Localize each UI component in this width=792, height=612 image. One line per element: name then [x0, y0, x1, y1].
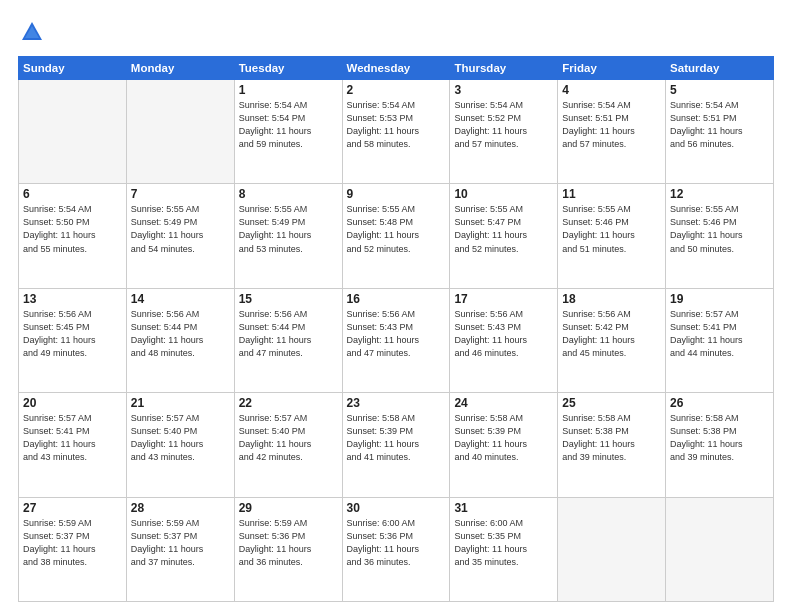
day-number: 29 — [239, 501, 338, 515]
day-info: Sunrise: 5:56 AM Sunset: 5:43 PM Dayligh… — [454, 308, 553, 360]
day-info: Sunrise: 5:58 AM Sunset: 5:39 PM Dayligh… — [347, 412, 446, 464]
page: SundayMondayTuesdayWednesdayThursdayFrid… — [0, 0, 792, 612]
day-number: 18 — [562, 292, 661, 306]
day-number: 10 — [454, 187, 553, 201]
calendar-cell: 16Sunrise: 5:56 AM Sunset: 5:43 PM Dayli… — [342, 288, 450, 392]
calendar-cell: 14Sunrise: 5:56 AM Sunset: 5:44 PM Dayli… — [126, 288, 234, 392]
calendar-cell: 20Sunrise: 5:57 AM Sunset: 5:41 PM Dayli… — [19, 393, 127, 497]
calendar-cell — [666, 497, 774, 601]
week-row-4: 20Sunrise: 5:57 AM Sunset: 5:41 PM Dayli… — [19, 393, 774, 497]
day-number: 27 — [23, 501, 122, 515]
day-number: 30 — [347, 501, 446, 515]
day-number: 21 — [131, 396, 230, 410]
calendar-cell: 9Sunrise: 5:55 AM Sunset: 5:48 PM Daylig… — [342, 184, 450, 288]
day-info: Sunrise: 5:55 AM Sunset: 5:49 PM Dayligh… — [239, 203, 338, 255]
day-info: Sunrise: 6:00 AM Sunset: 5:35 PM Dayligh… — [454, 517, 553, 569]
day-number: 23 — [347, 396, 446, 410]
calendar-cell: 31Sunrise: 6:00 AM Sunset: 5:35 PM Dayli… — [450, 497, 558, 601]
day-number: 8 — [239, 187, 338, 201]
calendar-cell: 22Sunrise: 5:57 AM Sunset: 5:40 PM Dayli… — [234, 393, 342, 497]
day-info: Sunrise: 5:57 AM Sunset: 5:41 PM Dayligh… — [23, 412, 122, 464]
day-info: Sunrise: 5:54 AM Sunset: 5:53 PM Dayligh… — [347, 99, 446, 151]
day-info: Sunrise: 5:56 AM Sunset: 5:42 PM Dayligh… — [562, 308, 661, 360]
calendar-cell: 17Sunrise: 5:56 AM Sunset: 5:43 PM Dayli… — [450, 288, 558, 392]
logo-icon — [18, 18, 46, 46]
day-info: Sunrise: 5:58 AM Sunset: 5:39 PM Dayligh… — [454, 412, 553, 464]
week-row-2: 6Sunrise: 5:54 AM Sunset: 5:50 PM Daylig… — [19, 184, 774, 288]
calendar-cell: 26Sunrise: 5:58 AM Sunset: 5:38 PM Dayli… — [666, 393, 774, 497]
day-number: 2 — [347, 83, 446, 97]
calendar-cell — [19, 80, 127, 184]
calendar-cell: 15Sunrise: 5:56 AM Sunset: 5:44 PM Dayli… — [234, 288, 342, 392]
day-info: Sunrise: 5:57 AM Sunset: 5:40 PM Dayligh… — [239, 412, 338, 464]
day-info: Sunrise: 5:55 AM Sunset: 5:49 PM Dayligh… — [131, 203, 230, 255]
weekday-header-thursday: Thursday — [450, 57, 558, 80]
day-number: 14 — [131, 292, 230, 306]
day-number: 12 — [670, 187, 769, 201]
day-info: Sunrise: 5:56 AM Sunset: 5:44 PM Dayligh… — [239, 308, 338, 360]
weekday-header-row: SundayMondayTuesdayWednesdayThursdayFrid… — [19, 57, 774, 80]
calendar-cell: 13Sunrise: 5:56 AM Sunset: 5:45 PM Dayli… — [19, 288, 127, 392]
day-number: 9 — [347, 187, 446, 201]
day-info: Sunrise: 5:54 AM Sunset: 5:54 PM Dayligh… — [239, 99, 338, 151]
day-number: 31 — [454, 501, 553, 515]
calendar-cell: 10Sunrise: 5:55 AM Sunset: 5:47 PM Dayli… — [450, 184, 558, 288]
day-info: Sunrise: 5:56 AM Sunset: 5:43 PM Dayligh… — [347, 308, 446, 360]
day-info: Sunrise: 5:57 AM Sunset: 5:41 PM Dayligh… — [670, 308, 769, 360]
weekday-header-tuesday: Tuesday — [234, 57, 342, 80]
calendar-cell: 5Sunrise: 5:54 AM Sunset: 5:51 PM Daylig… — [666, 80, 774, 184]
day-number: 7 — [131, 187, 230, 201]
day-info: Sunrise: 5:57 AM Sunset: 5:40 PM Dayligh… — [131, 412, 230, 464]
day-info: Sunrise: 5:55 AM Sunset: 5:46 PM Dayligh… — [670, 203, 769, 255]
calendar-cell: 28Sunrise: 5:59 AM Sunset: 5:37 PM Dayli… — [126, 497, 234, 601]
calendar-cell: 6Sunrise: 5:54 AM Sunset: 5:50 PM Daylig… — [19, 184, 127, 288]
calendar-cell: 27Sunrise: 5:59 AM Sunset: 5:37 PM Dayli… — [19, 497, 127, 601]
day-info: Sunrise: 5:54 AM Sunset: 5:52 PM Dayligh… — [454, 99, 553, 151]
calendar-cell: 4Sunrise: 5:54 AM Sunset: 5:51 PM Daylig… — [558, 80, 666, 184]
calendar: SundayMondayTuesdayWednesdayThursdayFrid… — [18, 56, 774, 602]
day-info: Sunrise: 5:55 AM Sunset: 5:47 PM Dayligh… — [454, 203, 553, 255]
day-number: 24 — [454, 396, 553, 410]
day-number: 4 — [562, 83, 661, 97]
day-info: Sunrise: 5:55 AM Sunset: 5:46 PM Dayligh… — [562, 203, 661, 255]
calendar-cell: 23Sunrise: 5:58 AM Sunset: 5:39 PM Dayli… — [342, 393, 450, 497]
day-info: Sunrise: 5:59 AM Sunset: 5:37 PM Dayligh… — [131, 517, 230, 569]
calendar-cell: 2Sunrise: 5:54 AM Sunset: 5:53 PM Daylig… — [342, 80, 450, 184]
weekday-header-sunday: Sunday — [19, 57, 127, 80]
day-info: Sunrise: 5:54 AM Sunset: 5:51 PM Dayligh… — [670, 99, 769, 151]
weekday-header-friday: Friday — [558, 57, 666, 80]
week-row-3: 13Sunrise: 5:56 AM Sunset: 5:45 PM Dayli… — [19, 288, 774, 392]
day-info: Sunrise: 5:54 AM Sunset: 5:51 PM Dayligh… — [562, 99, 661, 151]
day-number: 26 — [670, 396, 769, 410]
calendar-cell: 19Sunrise: 5:57 AM Sunset: 5:41 PM Dayli… — [666, 288, 774, 392]
day-info: Sunrise: 5:58 AM Sunset: 5:38 PM Dayligh… — [562, 412, 661, 464]
day-number: 15 — [239, 292, 338, 306]
calendar-cell — [126, 80, 234, 184]
day-number: 6 — [23, 187, 122, 201]
calendar-cell: 25Sunrise: 5:58 AM Sunset: 5:38 PM Dayli… — [558, 393, 666, 497]
calendar-cell: 1Sunrise: 5:54 AM Sunset: 5:54 PM Daylig… — [234, 80, 342, 184]
week-row-1: 1Sunrise: 5:54 AM Sunset: 5:54 PM Daylig… — [19, 80, 774, 184]
weekday-header-saturday: Saturday — [666, 57, 774, 80]
day-number: 28 — [131, 501, 230, 515]
day-number: 1 — [239, 83, 338, 97]
day-number: 5 — [670, 83, 769, 97]
calendar-cell: 11Sunrise: 5:55 AM Sunset: 5:46 PM Dayli… — [558, 184, 666, 288]
calendar-cell: 21Sunrise: 5:57 AM Sunset: 5:40 PM Dayli… — [126, 393, 234, 497]
week-row-5: 27Sunrise: 5:59 AM Sunset: 5:37 PM Dayli… — [19, 497, 774, 601]
day-info: Sunrise: 5:55 AM Sunset: 5:48 PM Dayligh… — [347, 203, 446, 255]
header — [18, 18, 774, 46]
calendar-cell: 8Sunrise: 5:55 AM Sunset: 5:49 PM Daylig… — [234, 184, 342, 288]
day-number: 16 — [347, 292, 446, 306]
day-info: Sunrise: 5:54 AM Sunset: 5:50 PM Dayligh… — [23, 203, 122, 255]
day-info: Sunrise: 5:59 AM Sunset: 5:36 PM Dayligh… — [239, 517, 338, 569]
day-number: 3 — [454, 83, 553, 97]
calendar-cell: 30Sunrise: 6:00 AM Sunset: 5:36 PM Dayli… — [342, 497, 450, 601]
day-number: 11 — [562, 187, 661, 201]
day-info: Sunrise: 5:56 AM Sunset: 5:44 PM Dayligh… — [131, 308, 230, 360]
day-number: 20 — [23, 396, 122, 410]
logo — [18, 18, 50, 46]
day-number: 19 — [670, 292, 769, 306]
day-number: 17 — [454, 292, 553, 306]
calendar-cell: 18Sunrise: 5:56 AM Sunset: 5:42 PM Dayli… — [558, 288, 666, 392]
